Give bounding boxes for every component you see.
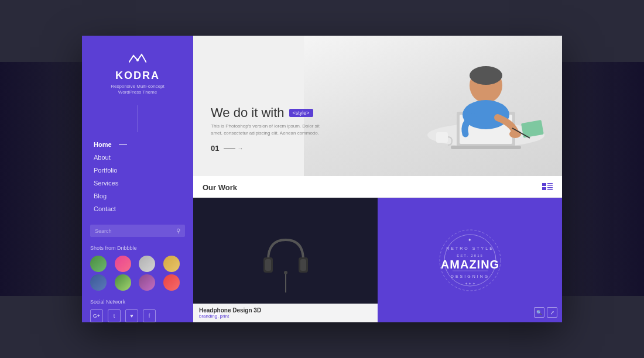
svg-rect-21 (300, 259, 306, 271)
brand-name: KODRA (115, 70, 160, 82)
social-twitter[interactable]: t (108, 309, 121, 322)
dribbble-shots-grid (82, 256, 193, 291)
hero-counter: 01 → (211, 144, 328, 153)
svg-rect-16 (547, 187, 553, 188)
svg-rect-12 (542, 183, 546, 186)
hero-description: This is Photoshop's version of lorem ips… (211, 123, 328, 137)
search-icon[interactable]: ⚲ (176, 228, 180, 234)
arrow-line (224, 148, 235, 149)
screen-wrapper: KODRA Responsive Multi-concept WordPress… (82, 36, 562, 322)
dribbble-shot-7[interactable] (139, 274, 155, 291)
nav-item-blog[interactable]: Blog (94, 190, 181, 202)
hero-slide-number: 01 (211, 144, 219, 153)
social-icons-row: G+ t ♥ f (82, 309, 193, 322)
svg-text:AMAZING: AMAZING (440, 258, 499, 271)
svg-text:DESIGNING: DESIGNING (450, 274, 489, 278)
headphone-info-overlay: Headphone Design 3D branding, print (193, 304, 378, 322)
svg-rect-13 (547, 183, 553, 184)
svg-point-7 (463, 100, 509, 129)
amazing-badge-svg: ✦ RETRO STYLE EST. 2015 AMAZING DESIGNIN… (435, 225, 505, 295)
svg-point-8 (509, 130, 521, 138)
hero-person-image (422, 42, 550, 159)
dribbble-section-title: Shots from Dribbble (82, 245, 193, 251)
social-google-plus[interactable]: G+ (90, 309, 103, 322)
sidebar-divider (138, 105, 138, 132)
nav-item-about[interactable]: About (94, 151, 181, 164)
dribbble-shot-2[interactable] (115, 256, 131, 272)
brand-tagline: Responsive Multi-concept WordPress Theme (111, 84, 165, 96)
svg-rect-19 (265, 259, 271, 271)
svg-text:✦: ✦ (467, 237, 472, 243)
social-pinterest[interactable]: ♥ (125, 309, 138, 322)
nav-item-contact[interactable]: Contact (94, 202, 181, 215)
nav-item-portfolio[interactable]: Portfolio (94, 164, 181, 177)
nav-item-services[interactable]: Services (94, 177, 181, 190)
logo-icon (129, 52, 146, 66)
dribbble-shot-8[interactable] (163, 274, 180, 291)
nav-item-home[interactable]: Home (94, 138, 181, 151)
sidebar: KODRA Responsive Multi-concept WordPress… (82, 36, 193, 322)
work-item-headphone[interactable]: ▶ ■ Headphone Design 3D branding, print (193, 198, 378, 322)
svg-point-22 (284, 271, 287, 274)
svg-rect-15 (542, 187, 546, 190)
svg-text:EST. 2015: EST. 2015 (457, 254, 484, 257)
dribbble-shot-1[interactable] (90, 256, 107, 272)
svg-point-6 (470, 66, 502, 85)
svg-rect-11 (436, 132, 448, 143)
headphone-svg (256, 228, 315, 292)
search-area: ⚲ (82, 225, 193, 237)
arrow-head-icon: → (237, 145, 243, 152)
social-section-title: Social Network (82, 299, 193, 305)
nav-active-dash (119, 144, 127, 145)
work-item-2-action-icons: 🔍 ⤤ (534, 307, 557, 318)
main-content: We do it with <style> This is Photoshop'… (193, 36, 562, 322)
our-work-section: Our Work (193, 176, 562, 322)
work-item-1-title: Headphone Design 3D (199, 307, 372, 314)
nav-menu: Home About Portfolio Services Blog Conta… (82, 138, 193, 215)
work-item-amazing[interactable]: ✦ RETRO STYLE EST. 2015 AMAZING DESIGNIN… (378, 198, 562, 322)
our-work-title: Our Work (203, 183, 237, 192)
search-box: ⚲ (90, 225, 185, 237)
svg-point-0 (136, 59, 139, 61)
dribbble-shot-3[interactable] (139, 256, 155, 272)
hero-section: We do it with <style> This is Photoshop'… (193, 36, 562, 176)
svg-text:RETRO STYLE: RETRO STYLE (446, 246, 494, 250)
dribbble-shot-6[interactable] (115, 274, 131, 291)
svg-rect-17 (547, 189, 553, 190)
hero-style-badge: <style> (289, 109, 313, 117)
our-work-header: Our Work (193, 176, 562, 198)
svg-rect-4 (451, 146, 521, 149)
search-input[interactable] (95, 228, 173, 234)
hero-next-button[interactable]: → (224, 145, 243, 152)
logo-area: KODRA Responsive Multi-concept WordPress… (82, 36, 193, 105)
dribbble-shot-4[interactable] (163, 256, 180, 272)
work-grid: ▶ ■ Headphone Design 3D branding, print (193, 198, 562, 322)
svg-rect-14 (547, 185, 553, 186)
work-item-2-link-icon[interactable]: ⤤ (547, 307, 557, 318)
dribbble-shot-5[interactable] (90, 274, 107, 291)
hero-text-overlay: We do it with <style> This is Photoshop'… (211, 105, 328, 153)
hero-headline: We do it with <style> (211, 105, 328, 121)
work-item-2-search-icon[interactable]: 🔍 (534, 307, 544, 318)
social-facebook[interactable]: f (143, 309, 156, 322)
svg-text:✦ ✦ ✦: ✦ ✦ ✦ (464, 282, 475, 285)
work-item-1-tags: branding, print (199, 314, 372, 319)
grid-view-toggle[interactable] (542, 182, 553, 192)
